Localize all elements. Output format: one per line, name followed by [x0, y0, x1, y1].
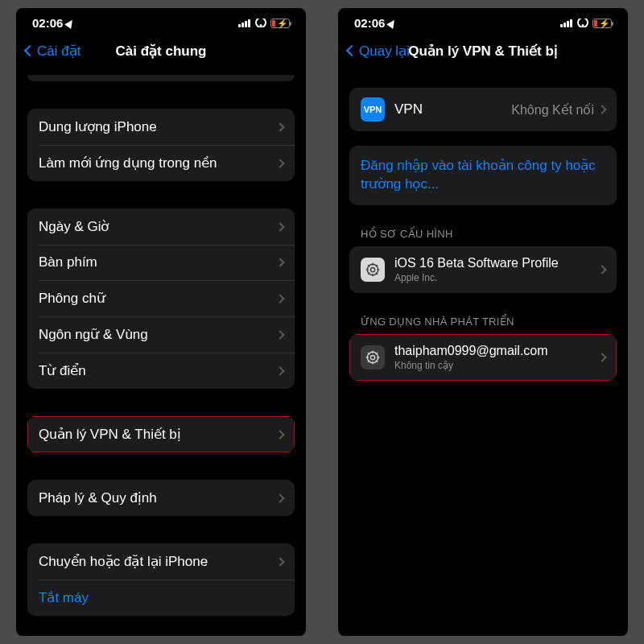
screen-general-settings: 02:06 ⚡ Cài đặt Cài đặt chung Dung lượng…	[16, 8, 306, 636]
row-label: Tắt máy	[39, 589, 283, 606]
row-signin-work-school[interactable]: Đăng nhập vào tài khoản công ty hoặc trư…	[349, 146, 617, 205]
row-label: Phông chữ	[39, 290, 277, 307]
row-label: Ngôn ngữ & Vùng	[39, 326, 277, 343]
back-button[interactable]: Quay lại	[345, 43, 410, 60]
row-developer-app[interactable]: thaipham0999@gmail.com Không tin cậy	[349, 334, 617, 381]
battery-icon: ⚡	[270, 19, 290, 28]
profile-publisher: Apple Inc.	[394, 272, 599, 283]
nav-bar: Quay lại Quản lý VPN & Thiết bị	[338, 35, 628, 70]
chevron-right-icon	[597, 105, 606, 114]
group-signin: Đăng nhập vào tài khoản công ty hoặc trư…	[349, 146, 617, 205]
svg-point-1	[370, 267, 374, 271]
nav-bar: Cài đặt Cài đặt chung	[16, 35, 306, 70]
chevron-right-icon	[275, 258, 284, 266]
location-icon	[64, 18, 76, 29]
section-header-developer: ỨNG DỤNG NHÀ PHÁT TRIỂN	[361, 316, 605, 328]
developer-trust-status: Không tin cậy	[394, 360, 599, 371]
profile-icon	[361, 258, 385, 282]
developer-email: thaipham0999@gmail.com	[394, 344, 599, 358]
developer-icon	[361, 345, 385, 369]
group-legal: Pháp lý & Quy định	[27, 480, 295, 516]
chevron-left-icon	[24, 45, 35, 56]
status-time: 02:06	[354, 16, 385, 30]
back-label: Cài đặt	[37, 43, 80, 60]
row-legal[interactable]: Pháp lý & Quy định	[27, 480, 295, 516]
row-label: Bàn phím	[39, 254, 277, 270]
group-vpn: VPN VPN Không Kết nối	[349, 88, 617, 131]
row-label: Làm mới ứng dụng trong nền	[39, 155, 277, 171]
screen-vpn-device-management: 02:06 ⚡ Quay lại Quản lý VPN & Thiết bị …	[338, 8, 628, 636]
row-label: Chuyển hoặc đặt lại iPhone	[39, 553, 277, 570]
back-button[interactable]: Cài đặt	[23, 43, 80, 60]
back-label: Quay lại	[359, 43, 410, 60]
row-date-time[interactable]: Ngày & Giờ	[27, 208, 295, 245]
row-label: Quản lý VPN & Thiết bị	[39, 426, 277, 443]
group-developer-apps: thaipham0999@gmail.com Không tin cậy	[349, 334, 617, 381]
chevron-right-icon	[275, 557, 284, 566]
chevron-right-icon	[597, 265, 606, 274]
row-label: VPN	[394, 101, 511, 118]
row-transfer-reset[interactable]: Chuyển hoặc đặt lại iPhone	[27, 543, 295, 580]
cellular-icon	[560, 19, 572, 27]
gear-icon	[365, 262, 380, 277]
group-vpn-device: Quản lý VPN & Thiết bị	[27, 416, 295, 452]
group-profiles: iOS 16 Beta Software Profile Apple Inc.	[349, 246, 617, 293]
vpn-icon: VPN	[361, 97, 385, 122]
row-fonts[interactable]: Phông chữ	[27, 280, 295, 316]
row-background-refresh[interactable]: Làm mới ứng dụng trong nền	[27, 145, 295, 181]
status-bar: 02:06 ⚡	[338, 8, 628, 35]
battery-icon: ⚡	[592, 19, 612, 28]
chevron-right-icon	[275, 222, 284, 231]
chevron-right-icon	[275, 294, 284, 303]
row-label: Ngày & Giờ	[39, 218, 277, 235]
row-vpn[interactable]: VPN VPN Không Kết nối	[349, 88, 617, 131]
status-bar: 02:06 ⚡	[16, 8, 306, 35]
profile-name: iOS 16 Beta Software Profile	[394, 256, 599, 270]
row-dictionary[interactable]: Từ điển	[27, 353, 295, 389]
row-keyboard[interactable]: Bàn phím	[27, 245, 295, 280]
row-language-region[interactable]: Ngôn ngữ & Vùng	[27, 316, 295, 353]
location-icon	[386, 18, 398, 29]
group-storage: Dung lượng iPhone Làm mới ứng dụng trong…	[27, 109, 295, 181]
wifi-icon	[254, 19, 266, 27]
row-label: Đăng nhập vào tài khoản công ty hoặc trư…	[361, 157, 605, 194]
vpn-status: Không Kết nối	[511, 102, 594, 118]
row-truncated	[27, 75, 295, 81]
wifi-icon	[576, 19, 588, 27]
chevron-left-icon	[346, 45, 357, 56]
row-label: Dung lượng iPhone	[39, 118, 277, 135]
chevron-right-icon	[275, 430, 284, 439]
row-label: Từ điển	[39, 362, 277, 379]
status-time: 02:06	[32, 16, 63, 30]
chevron-right-icon	[597, 353, 606, 361]
gear-icon	[365, 350, 380, 365]
cellular-icon	[238, 19, 250, 27]
row-vpn-device-management[interactable]: Quản lý VPN & Thiết bị	[27, 416, 295, 452]
group-truncated	[27, 75, 295, 81]
chevron-right-icon	[275, 330, 284, 339]
svg-point-3	[370, 355, 374, 359]
chevron-right-icon	[275, 159, 284, 167]
row-label: Pháp lý & Quy định	[39, 489, 277, 506]
row-shutdown[interactable]: Tắt máy	[27, 580, 295, 616]
group-time-keyboard: Ngày & Giờ Bàn phím Phông chữ Ngôn ngữ &…	[27, 208, 295, 389]
chevron-right-icon	[275, 493, 284, 502]
chevron-right-icon	[275, 122, 284, 131]
chevron-right-icon	[275, 366, 284, 375]
row-config-profile[interactable]: iOS 16 Beta Software Profile Apple Inc.	[349, 246, 617, 293]
row-iphone-storage[interactable]: Dung lượng iPhone	[27, 109, 295, 145]
section-header-profiles: HỒ SƠ CẤU HÌNH	[361, 228, 605, 240]
group-reset: Chuyển hoặc đặt lại iPhone Tắt máy	[27, 543, 295, 616]
